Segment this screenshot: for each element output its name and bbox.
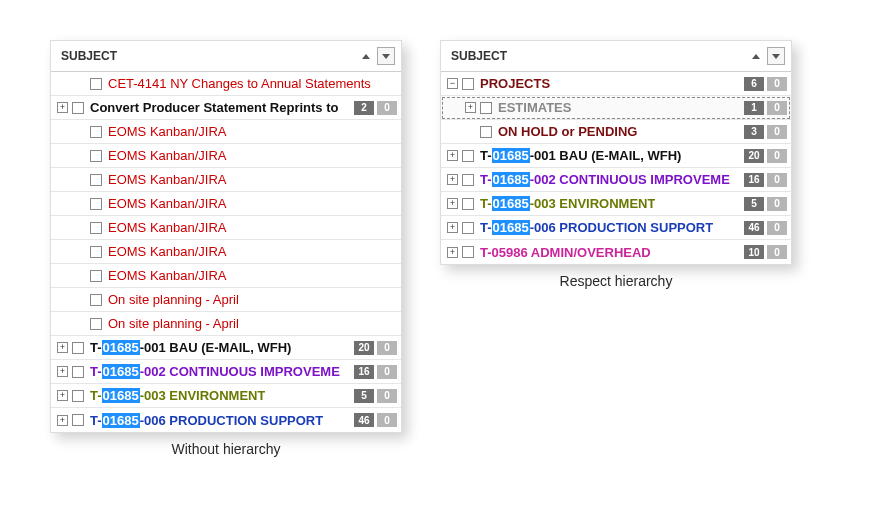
table-row[interactable]: T-01685-003 ENVIRONMENT50 [441,192,791,216]
table-row[interactable]: T-01685-006 PRODUCTION SUPPORT460 [441,216,791,240]
expander-placeholder [75,270,86,281]
count-badge-primary: 3 [744,125,764,139]
count-badges: 200 [744,149,787,163]
table-row[interactable]: PROJECTS60 [441,72,791,96]
expand-icon[interactable] [57,342,68,353]
table-row[interactable]: T-01685-002 CONTINUOUS IMPROVEME160 [51,360,401,384]
expand-icon[interactable] [57,366,68,377]
table-row[interactable]: ON HOLD or PENDING30 [441,120,791,144]
expand-icon[interactable] [447,174,458,185]
collapse-icon[interactable] [447,78,458,89]
row-subject: T-01685-001 BAU (E-MAIL, WFH) [90,340,291,355]
row-text: -003 ENVIRONMENT [140,388,266,403]
table-row[interactable]: EOMS Kanban/JIRA [51,192,401,216]
count-badge-primary: 2 [354,101,374,115]
expander-placeholder [75,222,86,233]
count-badge-primary: 20 [744,149,764,163]
expand-icon[interactable] [465,102,476,113]
row-subject: Convert Producer Statement Reprints to [90,100,339,115]
row-subject: On site planning - April [108,292,239,307]
search-highlight: 01685 [102,340,140,355]
count-badge-primary: 5 [744,197,764,211]
search-highlight: 01685 [102,413,140,428]
checkbox[interactable] [90,318,102,330]
checkbox[interactable] [90,78,102,90]
count-badge-secondary: 0 [377,413,397,427]
checkbox[interactable] [72,390,84,402]
row-subject: EOMS Kanban/JIRA [108,172,227,187]
checkbox[interactable] [462,222,474,234]
expand-icon[interactable] [57,390,68,401]
column-header[interactable]: SUBJECT [441,41,791,72]
expand-icon[interactable] [447,222,458,233]
column-header[interactable]: SUBJECT [51,41,401,72]
count-badge-primary: 5 [354,389,374,403]
expand-icon[interactable] [447,198,458,209]
table-row[interactable]: T-01685-002 CONTINUOUS IMPROVEME160 [441,168,791,192]
count-badge-primary: 6 [744,77,764,91]
table-row[interactable]: EOMS Kanban/JIRA [51,168,401,192]
checkbox[interactable] [462,174,474,186]
checkbox[interactable] [90,198,102,210]
checkbox[interactable] [90,174,102,186]
expander-placeholder [75,246,86,257]
row-list: CET-4141 NY Changes to Annual Statements… [51,72,401,432]
checkbox[interactable] [72,342,84,354]
row-subject: T-01685-001 BAU (E-MAIL, WFH) [480,148,681,163]
checkbox[interactable] [72,102,84,114]
count-badge-primary: 16 [744,173,764,187]
checkbox[interactable] [90,126,102,138]
table-row[interactable]: T-01685-003 ENVIRONMENT50 [51,384,401,408]
row-prefix: T- [90,413,102,428]
panel-caption: Without hierarchy [172,441,281,457]
checkbox[interactable] [90,150,102,162]
checkbox[interactable] [480,126,492,138]
expand-icon[interactable] [447,247,458,258]
table-row[interactable]: T-01685-006 PRODUCTION SUPPORT460 [51,408,401,432]
count-badges: 50 [744,197,787,211]
row-subject: ESTIMATES [498,100,571,115]
table-row[interactable]: T-05986 ADMIN/OVERHEAD100 [441,240,791,264]
row-subject: On site planning - April [108,316,239,331]
column-dropdown-button[interactable] [767,47,785,65]
search-highlight: 01685 [492,220,530,235]
checkbox[interactable] [72,414,84,426]
table-row[interactable]: Convert Producer Statement Reprints to20 [51,96,401,120]
checkbox[interactable] [462,198,474,210]
checkbox[interactable] [462,246,474,258]
table-row[interactable]: On site planning - April [51,312,401,336]
table-row[interactable]: EOMS Kanban/JIRA [51,144,401,168]
count-badges: 460 [354,413,397,427]
row-subject: T-01685-006 PRODUCTION SUPPORT [480,220,713,235]
checkbox[interactable] [90,270,102,282]
checkbox[interactable] [72,366,84,378]
table-row[interactable]: EOMS Kanban/JIRA [51,216,401,240]
table-row[interactable]: T-01685-001 BAU (E-MAIL, WFH)200 [441,144,791,168]
checkbox[interactable] [90,294,102,306]
row-subject: EOMS Kanban/JIRA [108,148,227,163]
expand-icon[interactable] [447,150,458,161]
table-row[interactable]: T-01685-001 BAU (E-MAIL, WFH)200 [51,336,401,360]
table-row[interactable]: CET-4141 NY Changes to Annual Statements [51,72,401,96]
expand-icon[interactable] [57,415,68,426]
table-row[interactable]: EOMS Kanban/JIRA [51,240,401,264]
table-row[interactable]: EOMS Kanban/JIRA [51,264,401,288]
checkbox[interactable] [90,246,102,258]
search-highlight: 01685 [102,388,140,403]
expander-placeholder [75,150,86,161]
expand-icon[interactable] [57,102,68,113]
checkbox[interactable] [462,150,474,162]
checkbox[interactable] [90,222,102,234]
expander-placeholder [75,78,86,89]
row-subject: CET-4141 NY Changes to Annual Statements [108,76,371,91]
table-row[interactable]: EOMS Kanban/JIRA [51,120,401,144]
table-row[interactable]: On site planning - April [51,288,401,312]
panel-respect-hierarchy: SUBJECT PROJECTS60ESTIMATES10ON HOLD or … [440,40,792,265]
table-row[interactable]: ESTIMATES10 [441,96,791,120]
row-subject: T-01685-002 CONTINUOUS IMPROVEME [480,172,730,187]
row-prefix: T- [480,220,492,235]
count-badges: 30 [744,125,787,139]
column-dropdown-button[interactable] [377,47,395,65]
checkbox[interactable] [480,102,492,114]
checkbox[interactable] [462,78,474,90]
